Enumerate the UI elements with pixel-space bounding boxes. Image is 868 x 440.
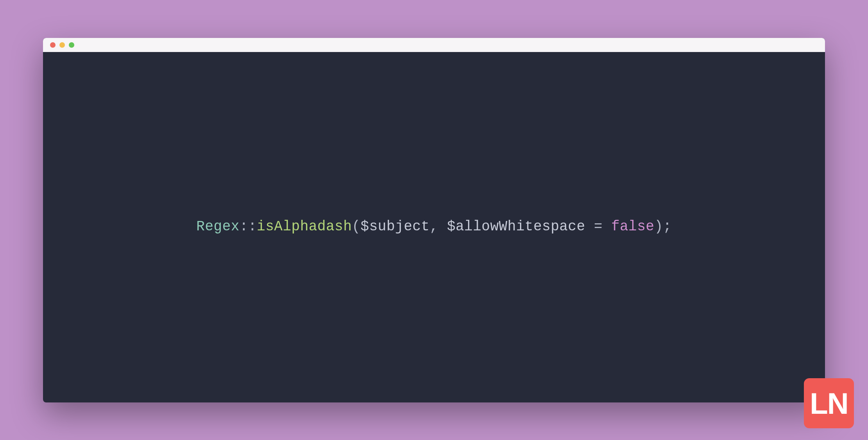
- token-open-paren: (: [352, 219, 360, 235]
- code-line: Regex::isAlphadash($subject, $allowWhite…: [196, 217, 672, 237]
- maximize-icon[interactable]: [69, 42, 74, 48]
- token-equals: =: [585, 219, 611, 235]
- token-method: isAlphadash: [257, 219, 352, 235]
- token-semicolon: ;: [663, 219, 672, 235]
- window-titlebar: [43, 38, 825, 52]
- token-keyword-false: false: [611, 219, 655, 235]
- logo-text: LN: [810, 386, 848, 420]
- token-class: Regex: [196, 219, 240, 235]
- token-close-paren: ): [655, 219, 663, 235]
- minimize-icon[interactable]: [59, 42, 65, 48]
- token-comma: ,: [430, 219, 447, 235]
- token-variable-1: $subject: [360, 219, 430, 235]
- code-window: Regex::isAlphadash($subject, $allowWhite…: [43, 38, 825, 402]
- logo-badge: LN: [804, 378, 854, 428]
- token-variable-2: $allowWhitespace: [447, 219, 585, 235]
- close-icon[interactable]: [50, 42, 56, 48]
- token-double-colon: ::: [240, 219, 257, 235]
- code-editor: Regex::isAlphadash($subject, $allowWhite…: [43, 52, 825, 402]
